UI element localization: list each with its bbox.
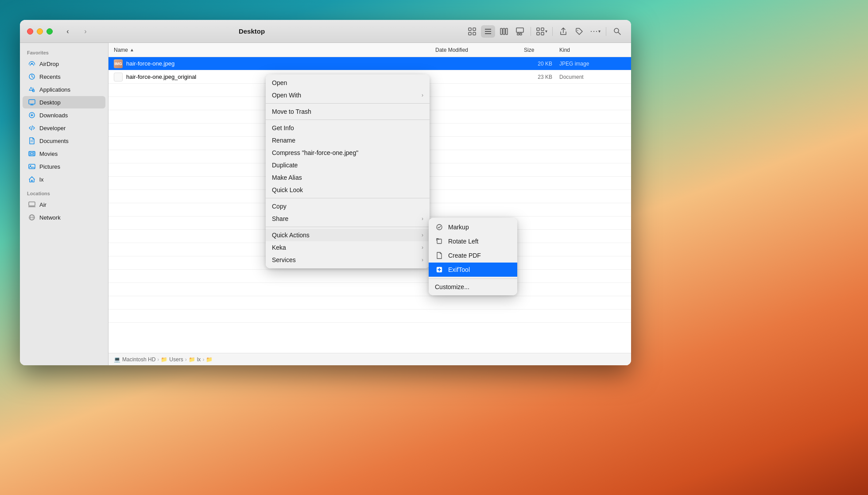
ctx-duplicate[interactable]: Duplicate — [266, 159, 430, 171]
ctx-copy[interactable]: Copy — [266, 200, 430, 213]
view-list-button[interactable] — [481, 25, 495, 38]
file-icon-jpeg: IMG — [114, 59, 123, 68]
file-row-selected[interactable]: IMG hair-force-one.jpeg 20 KB JPEG image — [108, 57, 631, 70]
tag-button[interactable] — [572, 25, 586, 38]
window-title: Desktop — [44, 27, 460, 35]
col-size-header[interactable]: Size — [524, 47, 559, 53]
sidebar-item-desktop[interactable]: Desktop — [23, 96, 105, 108]
sidebar-item-label-air: Air — [39, 201, 46, 208]
svg-rect-0 — [469, 28, 471, 31]
sidebar-item-label-recents: Recents — [39, 73, 61, 80]
svg-rect-3 — [473, 32, 476, 35]
sidebar-item-label-network: Network — [39, 214, 61, 221]
ctx-sep-4 — [266, 227, 430, 227]
ctx-move-to-trash[interactable]: Move to Trash — [266, 105, 430, 118]
submenu-rotate-left[interactable]: Rotate Left — [429, 234, 517, 248]
recents-icon — [28, 73, 36, 81]
ctx-compress[interactable]: Compress "hair-force-one.jpeg" — [266, 147, 430, 159]
services-arrow: › — [422, 257, 423, 263]
sidebar-item-network[interactable]: Network — [23, 211, 105, 224]
col-name-header[interactable]: Name ▲ — [114, 47, 435, 53]
lx-folder-icon: 📁 — [189, 356, 195, 363]
applications-icon — [28, 85, 36, 93]
view-columns-button[interactable] — [497, 25, 511, 38]
more-button[interactable]: ··· ▾ — [588, 25, 602, 38]
breadcrumb-macintosh-hd[interactable]: 💻 Macintosh HD — [114, 356, 155, 363]
network-icon — [28, 213, 36, 221]
breadcrumb-lx[interactable]: 📁 lx — [189, 356, 201, 363]
ctx-services[interactable]: Services › — [266, 254, 430, 266]
column-headers: Name ▲ Date Modified Size Kind — [108, 43, 631, 57]
sidebar-item-recents[interactable]: Recents — [23, 70, 105, 83]
ctx-share[interactable]: Share › — [266, 213, 430, 225]
sidebar-item-label-lx: lx — [39, 176, 43, 183]
minimize-button[interactable] — [37, 28, 43, 35]
svg-rect-39 — [437, 239, 442, 244]
svg-rect-7 — [500, 28, 502, 35]
desktop-folder-icon: 📁 — [206, 356, 213, 363]
view-gallery-button[interactable] — [513, 25, 527, 38]
ctx-make-alias[interactable]: Make Alias — [266, 171, 430, 184]
view-icons-button[interactable] — [465, 25, 479, 38]
ctx-get-info[interactable]: Get Info — [266, 122, 430, 134]
sidebar-item-pictures[interactable]: Pictures — [23, 160, 105, 173]
context-menu: Open Open With › Move to Trash Get Info … — [266, 74, 430, 268]
ctx-rename[interactable]: Rename — [266, 134, 430, 147]
file-size-2: 23 KB — [524, 74, 559, 80]
users-folder-icon: 📁 — [161, 356, 167, 363]
submenu-markup[interactable]: Markup — [429, 220, 517, 234]
ctx-keka[interactable]: Keka › — [266, 241, 430, 254]
sidebar-item-movies[interactable]: Movies — [23, 147, 105, 160]
desktop-icon — [28, 98, 36, 106]
ctx-open-with[interactable]: Open With › — [266, 89, 430, 101]
keka-arrow: › — [422, 244, 423, 251]
rotate-left-label: Rotate Left — [448, 238, 479, 245]
submenu-exiftool[interactable]: ExifTool — [429, 263, 517, 277]
sidebar-item-developer[interactable]: Developer — [23, 122, 105, 134]
svg-rect-8 — [503, 28, 505, 35]
movies-icon — [28, 150, 36, 158]
svg-rect-12 — [520, 33, 522, 35]
sidebar-item-lx[interactable]: lx — [23, 173, 105, 186]
svg-rect-16 — [541, 32, 544, 35]
statusbar: 💻 Macintosh HD › 📁 Users › 📁 lx › 📁 — [108, 353, 631, 365]
col-kind-header[interactable]: Kind — [559, 47, 626, 53]
pictures-icon — [28, 162, 36, 170]
ctx-sep-1 — [266, 103, 430, 104]
exiftool-label: ExifTool — [448, 266, 470, 273]
svg-rect-9 — [506, 28, 508, 35]
sidebar-item-downloads[interactable]: Downloads — [23, 109, 105, 121]
sidebar-item-airdrop[interactable]: AirDrop — [23, 58, 105, 70]
airdrop-icon — [28, 60, 36, 68]
col-date-header[interactable]: Date Modified — [435, 47, 524, 53]
search-button[interactable] — [610, 25, 624, 38]
rotate-left-icon — [435, 237, 444, 246]
toolbar-divider-3 — [606, 27, 606, 36]
toolbar-right: ▾ ··· ▾ — [465, 25, 624, 38]
sidebar-item-documents[interactable]: Documents — [23, 135, 105, 147]
favorites-label: Favorites — [20, 48, 108, 57]
submenu-create-pdf[interactable]: Create PDF — [429, 248, 517, 263]
submenu-customize[interactable]: Customize... — [429, 281, 517, 293]
ctx-sep-2 — [266, 120, 430, 120]
svg-rect-1 — [473, 28, 476, 31]
group-button[interactable]: ▾ — [535, 25, 549, 38]
sidebar-item-air[interactable]: Air — [23, 198, 105, 211]
empty-row-15 — [108, 270, 631, 283]
file-kind-1: JPEG image — [559, 61, 626, 67]
sidebar-item-label-movies: Movies — [39, 151, 58, 157]
ctx-quick-look[interactable]: Quick Look — [266, 184, 430, 196]
ctx-open[interactable]: Open — [266, 77, 430, 89]
ctx-quick-actions[interactable]: Quick Actions › — [266, 229, 430, 241]
locations-label: Locations — [20, 189, 108, 198]
create-pdf-icon — [435, 251, 444, 260]
share-button[interactable] — [556, 25, 570, 38]
breadcrumb-desktop[interactable]: 📁 — [206, 356, 213, 363]
exiftool-icon — [435, 265, 444, 274]
close-button[interactable] — [27, 28, 33, 35]
file-kind-2: Document — [559, 74, 626, 80]
breadcrumb-users[interactable]: 📁 Users — [161, 356, 183, 363]
sidebar-item-applications[interactable]: Applications — [23, 83, 105, 96]
svg-rect-10 — [516, 28, 523, 32]
home-icon — [28, 175, 36, 183]
